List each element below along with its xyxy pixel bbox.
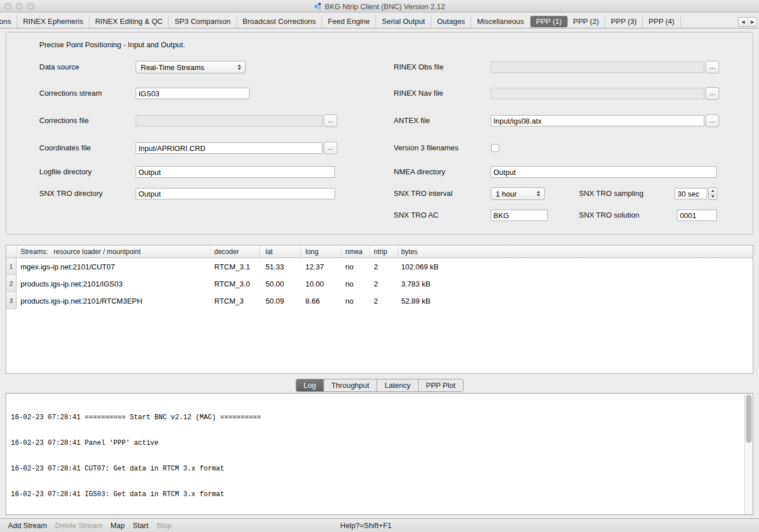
log-view[interactable]: 16-02-23 07:28:41 ========== Start BNC v…: [6, 393, 753, 515]
snx-tro-interval-select[interactable]: 1 hour: [491, 187, 545, 200]
cell-bytes: 3.783 kB: [398, 275, 753, 292]
snx-tro-ac-input[interactable]: [491, 210, 548, 221]
window-title: BKG Ntrip Client (BNC) Version 2.12: [325, 2, 445, 11]
tab-rinex-editing-qc[interactable]: RINEX Editing & QC: [89, 15, 169, 28]
row-number: 3: [6, 292, 17, 309]
stream-row[interactable]: 3 products.igs-ip.net:2101/RTCM3EPH RTCM…: [6, 292, 753, 309]
tab-feed-engine[interactable]: Feed Engine: [322, 15, 376, 28]
top-tab-bar: tions RINEX Ephemeris RINEX Editing & QC…: [0, 15, 759, 28]
data-source-value: Real-Time Streams: [141, 63, 204, 72]
antex-file-input[interactable]: [491, 115, 704, 126]
antex-file-browse-button[interactable]: ...: [705, 114, 719, 127]
coordinates-file-browse-button[interactable]: ...: [324, 142, 337, 154]
header-long: long: [301, 245, 341, 257]
snx-tro-sampling-stepper[interactable]: [708, 187, 717, 200]
cell-decoder: RTCM_3: [210, 292, 260, 309]
header-corner-cell: [6, 245, 17, 257]
ppp-panel: Precise Point Positioning - Input and Ou…: [6, 32, 753, 235]
log-line: 16-02-23 07:28:41 ========== Start BNC v…: [11, 414, 741, 422]
cell-long: 8.66: [301, 292, 341, 309]
cell-mountpoint: mgex.igs-ip.net:2101/CUT07: [17, 258, 210, 275]
cell-lat: 50.09: [260, 292, 301, 309]
stop-button[interactable]: Stop: [157, 521, 172, 530]
close-window-button[interactable]: [5, 3, 11, 10]
rinex-nav-file-input[interactable]: [491, 88, 704, 99]
snx-tro-interval-label: SNX TRO interval: [394, 189, 452, 198]
header-decoder: decoder: [210, 245, 260, 257]
snx-tro-directory-input[interactable]: [136, 188, 335, 199]
tab-serial-output[interactable]: Serial Output: [376, 15, 431, 28]
header-ntrip: ntrip: [370, 245, 398, 257]
log-scrollbar[interactable]: [744, 394, 753, 514]
version3-filenames-checkbox[interactable]: [491, 144, 499, 152]
stepper-up-icon[interactable]: [709, 188, 717, 194]
antex-file-label: ANTEX file: [394, 116, 430, 125]
tab-ppp-4[interactable]: PPP (4): [643, 15, 680, 28]
coordinates-file-input[interactable]: [136, 142, 323, 154]
start-button[interactable]: Start: [133, 521, 148, 530]
popup-updown-icon: [236, 64, 243, 70]
cell-bytes: 102.069 kB: [398, 258, 753, 275]
tab-outages[interactable]: Outages: [431, 15, 471, 28]
snx-tro-solution-input[interactable]: [677, 210, 717, 221]
tab-rinex-ephemeris[interactable]: RINEX Ephemeris: [17, 15, 89, 28]
map-button[interactable]: Map: [111, 521, 125, 530]
tab-ppp-1[interactable]: PPP (1): [531, 16, 568, 27]
zoom-window-button[interactable]: [27, 3, 34, 10]
snx-tro-directory-label: SNX TRO directory: [39, 189, 103, 198]
header-nmea: nmea: [341, 245, 370, 257]
tab-ppp-2[interactable]: PPP (2): [568, 15, 605, 28]
cell-long: 12.37: [301, 258, 341, 275]
corrections-file-browse-button[interactable]: ...: [324, 114, 337, 127]
cell-nmea: no: [341, 292, 370, 309]
corrections-file-input[interactable]: [136, 115, 323, 126]
tab-ppp-plot[interactable]: PPP Plot: [418, 379, 463, 391]
stream-row[interactable]: 1 mgex.igs-ip.net:2101/CUT07 RTCM_3.1 51…: [6, 258, 753, 275]
tab-ppp-3[interactable]: PPP (3): [605, 15, 643, 28]
rinex-obs-file-label: RINEX Obs file: [394, 63, 443, 71]
corrections-stream-input[interactable]: [136, 88, 250, 99]
snx-tro-ac-label: SNX TRO AC: [394, 211, 439, 219]
rinex-nav-file-label: RINEX Nav file: [394, 89, 443, 97]
coordinates-file-label: Coordinates file: [39, 144, 91, 152]
panel-heading: Precise Point Positioning - Input and Ou…: [39, 40, 185, 49]
header-bytes: bytes: [398, 245, 753, 257]
help-shortcut-label: Help?=Shift+F1: [340, 521, 391, 530]
app-icon: [314, 2, 322, 10]
minimize-window-button[interactable]: [16, 3, 23, 10]
cell-nmea: no: [341, 275, 370, 292]
cell-bytes: 52.89 kB: [398, 292, 753, 309]
popup-updown-icon: [535, 191, 542, 197]
rinex-obs-file-browse-button[interactable]: ...: [705, 61, 719, 73]
stream-row[interactable]: 2 products.igs-ip.net:2101/IGS03 RTCM_3.…: [6, 275, 753, 292]
version3-filenames-label: Version 3 filenames: [394, 144, 458, 152]
streams-table-header: Streams: resource loader / mountpoint de…: [6, 245, 753, 258]
cell-lat: 50.00: [260, 275, 301, 292]
log-scrollbar-thumb[interactable]: [746, 395, 752, 443]
tab-sp3-comparison[interactable]: SP3 Comparison: [169, 15, 236, 28]
nmea-directory-input[interactable]: [491, 166, 717, 178]
tab-miscellaneous[interactable]: Miscellaneous: [471, 15, 530, 28]
tab-log[interactable]: Log: [296, 379, 324, 391]
tab-broadcast-corrections[interactable]: Broadcast Corrections: [237, 15, 323, 28]
tab-throughput[interactable]: Throughput: [323, 379, 377, 391]
row-number: 1: [6, 258, 17, 275]
tab-latency[interactable]: Latency: [377, 379, 418, 391]
cell-lat: 51.33: [260, 258, 301, 275]
snx-tro-sampling-input[interactable]: [675, 188, 707, 199]
stepper-down-icon[interactable]: [709, 194, 717, 200]
data-source-select[interactable]: Real-Time Streams: [136, 61, 246, 73]
header-mountpoint: Streams: resource loader / mountpoint: [17, 245, 210, 257]
log-lines: 16-02-23 07:28:41 ========== Start BNC v…: [11, 396, 741, 512]
log-line: 16-02-23 07:28:41 Panel 'PPP' active: [11, 439, 741, 448]
rinex-nav-file-browse-button[interactable]: ...: [705, 87, 719, 100]
rinex-obs-file-input[interactable]: [491, 62, 704, 73]
tab-partial-left[interactable]: tions: [0, 15, 17, 28]
tab-scroll-left-icon[interactable]: ◀: [738, 18, 748, 26]
add-stream-button[interactable]: Add Stream: [8, 521, 47, 530]
tab-scroll-right-icon[interactable]: ▶: [748, 18, 757, 26]
logfile-directory-input[interactable]: [136, 166, 335, 178]
delete-stream-button[interactable]: Delete Stream: [55, 521, 103, 530]
app-window: BKG Ntrip Client (BNC) Version 2.12 tion…: [0, 0, 759, 532]
status-bar: Add Stream Delete Stream Map Start Stop …: [0, 518, 759, 532]
